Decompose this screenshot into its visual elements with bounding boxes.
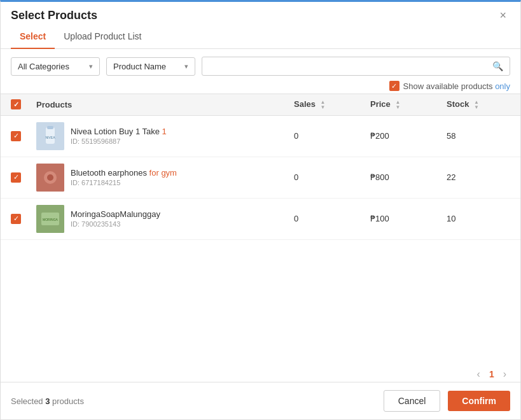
row-check-col: ✓ [11, 172, 36, 183]
row-checkbox-1[interactable]: ✓ [11, 172, 21, 183]
header-stock: Stock ▲▼ [447, 99, 510, 110]
checkmark-icon: ✓ [391, 83, 397, 90]
product-stock-1: 22 [447, 172, 510, 182]
product-sales-2: 0 [294, 214, 370, 223]
table-header: ✓ Products Sales ▲▼ Price ▲▼ Stock ▲▼ [1, 94, 520, 116]
product-info-col-0: NIVEA Nivea Lotion Buy 1 Take 1 ID: 5519… [36, 122, 294, 150]
availability-only-text: only [495, 81, 510, 91]
product-price-0: ₱200 [370, 131, 447, 141]
table-row: ✓ MORINGA MoringaSoapMalunggay ID: 79002… [1, 199, 520, 240]
cancel-button[interactable]: Cancel [384, 390, 441, 412]
table-row: ✓ Bluetooth earphones for gym ID: 671718… [1, 157, 520, 199]
checkmark-icon: ✓ [13, 174, 19, 181]
tabs-bar: Select Upload Product List [1, 25, 520, 49]
checkmark-icon: ✓ [13, 215, 19, 222]
modal-title: Select Products [11, 9, 97, 22]
header-price: Price ▲▼ [370, 99, 447, 110]
soap-image: MORINGA [36, 205, 64, 233]
product-image-2: MORINGA [36, 205, 64, 233]
product-image-0: NIVEA [36, 122, 64, 150]
availability-row: ✓ Show available products only [1, 76, 520, 94]
product-name-dropdown[interactable]: Product Name ▾ [106, 57, 195, 76]
selected-count-text: Selected 3 products [11, 396, 84, 406]
filters-row: All Categories ▾ Product Name ▾ 🔍 [1, 49, 520, 76]
checkmark-icon: ✓ [13, 132, 19, 139]
header-products: Products [36, 100, 294, 109]
search-box: 🔍 [202, 57, 510, 76]
header-sales: Sales ▲▼ [294, 99, 370, 110]
prev-page-button[interactable]: ‹ [473, 367, 484, 381]
product-details-2: MoringaSoapMalunggay ID: 7900235143 [71, 209, 160, 228]
row-checkbox-2[interactable]: ✓ [11, 214, 21, 224]
sort-arrows-stock[interactable]: ▲▼ [474, 100, 479, 110]
row-checkbox-0[interactable]: ✓ [11, 131, 21, 141]
product-stock-0: 58 [447, 131, 510, 141]
svg-text:MORINGA: MORINGA [43, 218, 59, 221]
product-name-1: Bluetooth earphones for gym [71, 168, 177, 178]
table-row: ✓ NIVEA Nivea Lotion Buy 1 Take 1 [1, 116, 520, 157]
product-price-1: ₱800 [370, 172, 447, 182]
product-name-highlight-0: 1 [162, 127, 167, 136]
current-page: 1 [489, 369, 494, 379]
checkmark-icon: ✓ [13, 101, 19, 108]
product-info-col-2: MORINGA MoringaSoapMalunggay ID: 7900235… [36, 205, 294, 233]
row-check-col: ✓ [11, 131, 36, 141]
sort-arrows-sales[interactable]: ▲▼ [321, 100, 326, 110]
product-details-0: Nivea Lotion Buy 1 Take 1 ID: 5519596887 [71, 127, 167, 145]
svg-point-6 [47, 174, 53, 181]
chevron-down-icon: ▾ [184, 62, 188, 71]
product-image-1 [36, 164, 64, 192]
lotion-image: NIVEA [36, 122, 64, 150]
show-available-checkbox[interactable]: ✓ [389, 81, 399, 91]
product-sales-1: 0 [294, 172, 370, 182]
header-check-col: ✓ [11, 99, 36, 109]
product-id-1: ID: 6717184215 [71, 179, 177, 186]
chevron-down-icon: ▾ [89, 62, 93, 71]
select-all-checkbox[interactable]: ✓ [11, 99, 21, 109]
product-id-2: ID: 7900235143 [71, 220, 160, 228]
product-stock-2: 10 [447, 214, 510, 223]
earphone-image [36, 164, 64, 192]
selected-count-number: 3 [45, 396, 50, 406]
product-name-highlight-1: for gym [149, 168, 177, 178]
availability-label: Show available products only [403, 81, 510, 91]
svg-text:NIVEA: NIVEA [45, 136, 55, 139]
product-details-1: Bluetooth earphones for gym ID: 67171842… [71, 168, 177, 186]
close-button[interactable]: × [496, 8, 510, 22]
modal-header: Select Products × [1, 2, 520, 22]
tab-upload-product-list[interactable]: Upload Product List [55, 25, 150, 49]
product-info-col-1: Bluetooth earphones for gym ID: 67171842… [36, 164, 294, 192]
svg-rect-2 [47, 126, 53, 129]
tab-select[interactable]: Select [11, 25, 55, 49]
pagination: ‹ 1 › [473, 367, 510, 381]
product-name-2: MoringaSoapMalunggay [71, 209, 160, 219]
next-page-button[interactable]: › [499, 367, 510, 381]
category-dropdown[interactable]: All Categories ▾ [11, 57, 100, 76]
search-icon: 🔍 [492, 61, 503, 71]
modal-footer: Selected 3 products Cancel Confirm [1, 382, 520, 419]
product-sales-0: 0 [294, 131, 370, 141]
sort-arrows-price[interactable]: ▲▼ [395, 100, 400, 110]
search-input[interactable] [209, 62, 492, 71]
confirm-button[interactable]: Confirm [448, 391, 510, 411]
row-check-col: ✓ [11, 214, 36, 224]
product-price-2: ₱100 [370, 214, 447, 223]
product-name-0: Nivea Lotion Buy 1 Take 1 [71, 127, 167, 136]
select-products-modal: Select Products × Select Upload Product … [0, 0, 521, 420]
product-id-0: ID: 5519596887 [71, 137, 167, 145]
table-body: ✓ NIVEA Nivea Lotion Buy 1 Take 1 [1, 116, 520, 382]
